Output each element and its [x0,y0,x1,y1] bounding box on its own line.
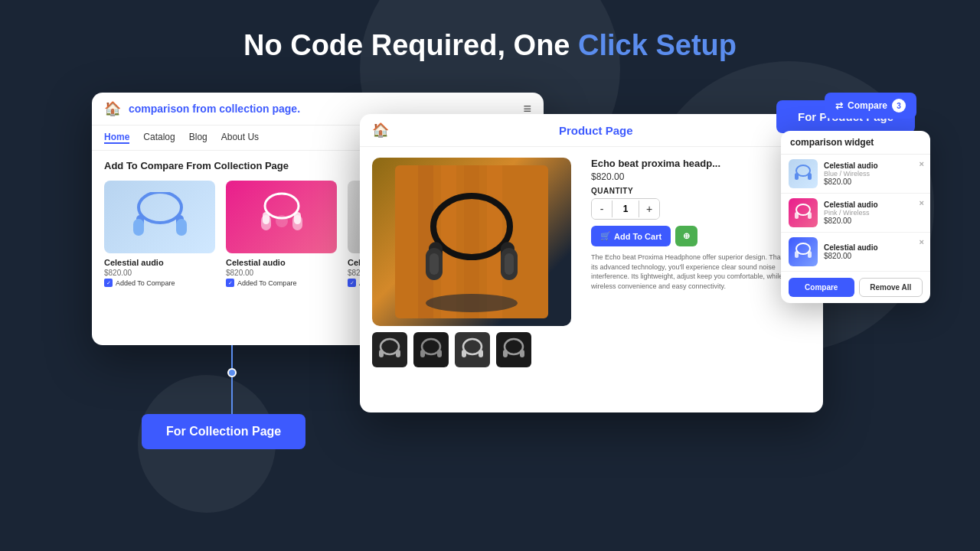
svg-rect-40 [520,350,524,357]
compare-item-info-1: Celestial audio Blue / Wireless $820.00 [824,161,878,186]
compare-widget-title: comparison widget [781,131,930,155]
product-mock-title: Product Page [397,124,795,137]
header-title-accent: Click Setup [578,29,737,61]
compare-item-info-3: Celestial audio $820.00 [824,243,878,260]
compare-item-name-1: Celestial audio [824,161,878,170]
compare-item-2: Celestial audio Pink / Wireless $820.00 … [781,194,930,233]
svg-rect-48 [795,251,799,258]
product-main-image [372,158,571,326]
svg-rect-36 [462,350,466,357]
compare-widget-footer: Compare Remove All [781,272,930,303]
product-compare-1: ✓ Added To Compare [104,279,215,287]
compare-item-price-3: $820.00 [824,252,878,260]
compare-item-variant-1: Blue / Wireless [824,170,878,178]
product-home-icon: 🏠 [372,122,389,139]
checkbox-2[interactable]: ✓ [226,279,234,287]
thumbnail-4[interactable] [496,332,531,367]
product-body: Echo beat proxima headp... $820.00 QUANT… [360,147,823,411]
remove-item-3-button[interactable]: × [920,237,924,246]
svg-rect-46 [808,212,812,219]
quantity-stepper: - 1 + [591,198,660,220]
product-card-1: Celestial audio $820.00 ✓ Added To Compa… [104,181,215,287]
compare-item-img-1 [789,159,818,188]
svg-point-5 [265,194,299,218]
product-image-1 [104,181,215,253]
compare-item-price-1: $820.00 [824,178,878,186]
product-thumbnails [372,332,571,367]
cart-buttons: 🛒 Add To Cart ⊕ [591,226,802,246]
compare-float-button[interactable]: ⇄ Compare 3 [825,93,916,119]
nav-blog[interactable]: Blog [189,132,207,144]
product-name-2: Celestial audio [226,258,337,267]
remove-item-2-button[interactable]: × [920,198,924,207]
svg-rect-4 [176,219,187,236]
product-price: $820.00 [591,171,802,182]
thumbnail-1[interactable] [372,332,407,367]
svg-rect-33 [420,350,425,357]
svg-rect-43 [808,173,812,180]
quantity-label: QUANTITY [591,187,802,195]
nav-about[interactable]: About Us [221,132,259,144]
checkbox-3[interactable]: ✓ [348,279,356,287]
svg-rect-39 [503,350,508,357]
thumbnail-3[interactable] [455,332,490,367]
connector-dot [227,368,237,377]
compare-float-label: Compare [848,100,887,111]
add-to-compare-button[interactable]: ⊕ [675,226,697,246]
product-card-2: Celestial audio $820.00 ✓ Added To Compa… [226,181,337,287]
thumbnail-2[interactable] [413,332,449,367]
header-title-plain: No Code Required, One [243,29,578,61]
svg-rect-8 [261,215,271,230]
compare-now-button[interactable]: Compare [789,278,854,297]
product-name-1: Celestial audio [104,258,215,267]
page-header: No Code Required, One Click Setup [0,0,980,77]
product-page-mock: 🏠 Product Page ≡ [360,114,823,412]
for-collection-button[interactable]: For Collection Page [142,414,305,449]
compare-arrows-icon: ⇄ [835,100,843,111]
checkbox-1[interactable]: ✓ [104,279,113,287]
product-topbar: 🏠 Product Page ≡ [360,114,823,147]
svg-rect-34 [437,350,442,357]
compare-item-img-3 [789,237,818,266]
home-icon: 🏠 [104,100,121,117]
svg-rect-17 [418,165,433,318]
compare-item-name-3: Celestial audio [824,243,878,252]
connector-line-top [231,345,233,368]
svg-rect-30 [379,350,384,357]
svg-rect-3 [133,219,144,236]
nav-catalog[interactable]: Catalog [143,132,175,144]
remove-all-button[interactable]: Remove All [859,278,923,297]
remove-item-1-button[interactable]: × [920,159,924,168]
qty-value: 1 [612,201,639,217]
product-image-2 [226,181,337,253]
compare-label-1: Added To Compare [116,279,175,287]
product-image-section [372,158,571,400]
collection-mock-title: comparison from collection page. [129,103,515,115]
svg-rect-45 [795,212,799,219]
product-price-2: $820.00 [226,269,337,277]
svg-rect-27 [430,253,439,275]
svg-rect-9 [292,215,302,230]
product-compare-2: ✓ Added To Compare [226,279,337,287]
add-cart-label: Add To Cart [614,232,662,241]
compare-icon: ⊕ [683,231,690,240]
svg-rect-31 [396,350,400,357]
compare-item-3: Celestial audio $820.00 × [781,233,930,272]
svg-rect-28 [505,253,514,275]
qty-increase-button[interactable]: + [639,199,659,219]
product-price-1: $820.00 [104,269,215,277]
svg-rect-37 [479,350,483,357]
add-to-cart-button[interactable]: 🛒 Add To Cart [591,226,671,246]
svg-point-0 [139,192,181,223]
nav-home[interactable]: Home [104,132,129,144]
compare-item-name-2: Celestial audio [824,201,878,209]
product-details: Echo beat proxima headp... $820.00 QUANT… [582,158,811,400]
main-content: 🏠 comparison from collection page. ≡ Hom… [0,77,980,529]
compare-count-badge: 3 [892,99,906,112]
svg-rect-42 [795,173,799,180]
compare-item-img-2 [789,198,818,227]
compare-item-price-2: $820.00 [824,217,878,225]
qty-decrease-button[interactable]: - [592,199,612,219]
compare-item-variant-2: Pink / Wireless [824,209,878,217]
svg-point-21 [426,294,518,312]
